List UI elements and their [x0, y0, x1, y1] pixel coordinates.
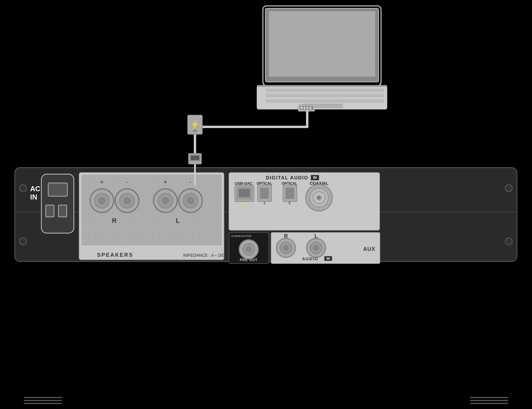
amplifier-unit: AC IN +: [15, 164, 517, 264]
svg-rect-14: [266, 94, 384, 97]
screw-tr: [505, 185, 512, 192]
usb-connector-laptop: [298, 105, 315, 111]
svg-rect-26: [193, 130, 197, 132]
impedance-label: IMPEDANCE : 4～16Ω: [183, 253, 225, 258]
svg-point-45: [124, 198, 130, 204]
ac-in-label-line1: AC: [30, 185, 40, 193]
usb-cable-symbol: ⚡: [188, 115, 202, 134]
screw-br: [505, 238, 512, 245]
ac-in-label-line2: IN: [30, 193, 37, 201]
svg-point-74: [246, 247, 251, 252]
svg-point-49: [162, 198, 168, 204]
svg-rect-61: [260, 188, 269, 199]
optical2-label: OPTICAL: [282, 181, 297, 186]
svg-point-78: [284, 246, 288, 250]
svg-text:⚡: ⚡: [190, 120, 200, 130]
svg-rect-84: [24, 400, 62, 401]
svg-rect-22: [307, 107, 308, 109]
svg-point-41: [99, 198, 105, 204]
aux-label: AUX: [363, 246, 375, 252]
svg-rect-63: [285, 188, 294, 199]
svg-point-81: [314, 246, 318, 250]
svg-rect-58: [239, 189, 250, 197]
screw-bl: [19, 238, 27, 245]
optical1-label: OPTICAL: [257, 181, 272, 186]
svg-point-68: [318, 197, 320, 199]
optical1-number: 1: [263, 201, 266, 205]
svg-text:-: -: [126, 179, 128, 185]
usb-dac-label: USB-DAC: [235, 181, 253, 186]
bottom-lines-left: [24, 397, 62, 404]
svg-rect-87: [470, 400, 508, 401]
svg-rect-20: [301, 107, 302, 109]
svg-rect-23: [310, 107, 311, 109]
screw-tl: [19, 185, 27, 192]
pre-out-label: PRE OUT: [240, 258, 258, 262]
svg-rect-3: [269, 11, 375, 77]
optical2-number: 2: [289, 201, 291, 205]
audio-in-badge: IN: [327, 257, 330, 260]
bottom-lines-right: [470, 397, 508, 404]
svg-rect-83: [24, 397, 62, 398]
svg-rect-29: [191, 156, 199, 160]
svg-rect-86: [470, 397, 508, 398]
svg-rect-15: [266, 99, 384, 103]
speakers-section: + - + - R L SPEAKERS IMPEDANCE : 4～: [79, 173, 225, 260]
svg-text:+: +: [164, 179, 167, 185]
svg-rect-85: [24, 403, 62, 404]
speaker-r-label: R: [112, 217, 117, 224]
audio-in-title: AUDIO: [302, 256, 318, 261]
svg-text:-: -: [190, 179, 191, 185]
svg-text:+: +: [100, 179, 104, 185]
svg-rect-13: [266, 89, 384, 92]
svg-rect-21: [304, 107, 305, 109]
subwoofer-label: SUBWOOFER: [231, 235, 252, 238]
svg-rect-35: [58, 205, 67, 217]
svg-point-53: [188, 198, 193, 204]
svg-rect-33: [48, 183, 67, 196]
svg-text:⚡: ⚡: [242, 203, 248, 208]
pre-out-section: SUBWOOFER PRE OUT: [229, 233, 269, 264]
digital-audio-in-badge: IN: [313, 176, 317, 180]
speakers-label: SPEAKERS: [97, 252, 133, 258]
usb-type-b-connector: [188, 153, 201, 164]
svg-rect-17: [257, 85, 387, 87]
audio-in-section: R L AUX AUDIO IN: [271, 233, 380, 264]
svg-rect-34: [46, 205, 54, 217]
digital-audio-title: DIGITAL AUDIO: [266, 175, 308, 180]
speaker-l-label: L: [176, 217, 180, 224]
svg-rect-88: [470, 403, 508, 404]
laptop: [257, 6, 387, 109]
